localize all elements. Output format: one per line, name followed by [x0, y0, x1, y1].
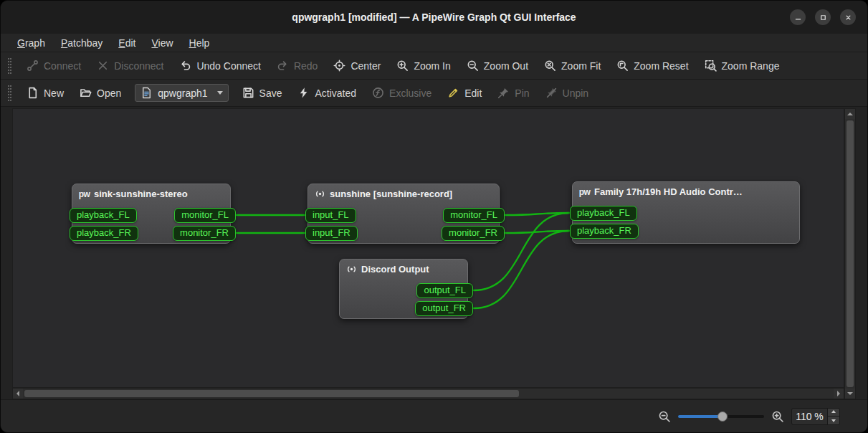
toolbar-button-label: Pin — [515, 87, 529, 99]
node-sunshine[interactable]: sunshine [sunshine-record]input_FLinput_… — [307, 184, 500, 244]
toolbar-graph: ConnectDisconnectUndo ConnectRedoCenterZ… — [1, 52, 867, 80]
port-playback_FL[interactable]: playback_FL — [570, 206, 637, 221]
window-controls — [790, 1, 856, 34]
spin-down-button[interactable] — [828, 416, 839, 424]
toolbar-button-label: Zoom Reset — [634, 60, 688, 72]
port-monitor_FL[interactable]: monitor_FL — [443, 208, 505, 223]
spin-up-button[interactable] — [828, 409, 839, 417]
port-input_FL[interactable]: input_FL — [305, 208, 356, 223]
toolbar-button-open[interactable]: Open — [72, 83, 129, 103]
menu-graph[interactable]: Graph — [9, 36, 53, 50]
port-playback_FR[interactable]: playback_FR — [570, 224, 639, 239]
toolbar-button-connect[interactable]: Connect — [19, 56, 89, 75]
toolbar-button-label: Zoom In — [414, 60, 450, 72]
toolbar-button-label: New — [44, 87, 64, 99]
zoom-in-icon — [396, 60, 409, 72]
connections-layer — [13, 109, 844, 387]
node-family[interactable]: pwFamily 17h/19h HD Audio Contr…playback… — [572, 181, 800, 244]
port-output_FR[interactable]: output_FR — [415, 301, 473, 316]
horizontal-scroll-handle[interactable] — [24, 390, 519, 397]
toolbar-button-zoom-reset[interactable]: Zoom Reset — [609, 56, 696, 75]
toolbar-button-zoom-fit[interactable]: Zoom Fit — [536, 56, 609, 75]
toolbar-button-zoom-in[interactable]: Zoom In — [388, 56, 458, 75]
redo-icon — [277, 60, 289, 72]
node-title: Discord Output — [361, 264, 429, 275]
unpin-icon — [545, 87, 558, 99]
titlebar[interactable]: qpwgraph1 [modified] — A PipeWire Graph … — [1, 1, 867, 34]
toolbar-button-center[interactable]: Center — [325, 56, 388, 75]
toolbar-button-redo[interactable]: Redo — [269, 56, 325, 75]
exclusive-icon — [372, 87, 384, 99]
zoom-spinbox[interactable]: 110 % — [791, 408, 840, 425]
port-playback_FL[interactable]: playback_FL — [70, 208, 137, 223]
node-header: pwsink-sunshine-stereo — [72, 184, 230, 202]
scroll-left-arrow[interactable] — [13, 389, 23, 399]
node-title: Family 17h/19h HD Audio Contr… — [594, 186, 743, 197]
port-monitor_FL[interactable]: monitor_FL — [174, 208, 236, 223]
port-monitor_FR[interactable]: monitor_FR — [173, 226, 236, 241]
toolbar-button-edit[interactable]: Edit — [439, 83, 490, 103]
node-title: sink-sunshine-stereo — [94, 189, 188, 199]
new-icon — [27, 87, 39, 99]
toolbar-button-unpin[interactable]: Unpin — [538, 83, 597, 103]
toolbar-button-new[interactable]: New — [19, 83, 72, 103]
toolbar-button-zoom-out[interactable]: Zoom Out — [459, 56, 536, 75]
zoom-slider-handle[interactable] — [717, 411, 728, 422]
menu-edit[interactable]: Edit — [110, 36, 143, 50]
toolbar-button-label: Zoom Fit — [561, 60, 601, 72]
pipewire-icon: pw — [79, 189, 90, 199]
patchbay-file-icon — [140, 87, 153, 99]
scroll-up-arrow[interactable] — [845, 109, 855, 119]
zoom-range-icon — [705, 60, 717, 72]
maximize-button[interactable] — [815, 9, 831, 25]
minimize-button[interactable] — [790, 9, 806, 25]
pipewire-icon: pw — [579, 186, 590, 197]
port-output_FL[interactable]: output_FL — [416, 283, 473, 298]
toolbar-drag-handle[interactable] — [8, 85, 11, 101]
session-combo[interactable]: qpwgraph1 — [135, 84, 228, 102]
scroll-down-arrow[interactable] — [845, 389, 855, 399]
node-discord[interactable]: Discord Outputoutput_FLoutput_FR — [339, 259, 468, 319]
toolbar-button-label: Center — [350, 60, 381, 72]
zoom-value[interactable]: 110 % — [792, 409, 827, 424]
vertical-scrollbar[interactable] — [844, 108, 856, 399]
horizontal-scrollbar[interactable] — [12, 388, 844, 399]
node-title: sunshine [sunshine-record] — [330, 189, 452, 199]
menu-patchbay[interactable]: Patchbay — [53, 36, 110, 50]
zoom-in-icon[interactable] — [771, 410, 784, 423]
node-sink[interactable]: pwsink-sunshine-stereoplayback_FLplaybac… — [72, 184, 231, 244]
horizontal-scroll-track[interactable] — [23, 389, 834, 399]
port-monitor_FR[interactable]: monitor_FR — [442, 226, 505, 241]
connect-icon — [27, 60, 39, 72]
port-playback_FR[interactable]: playback_FR — [70, 226, 138, 241]
toolbar-drag-handle[interactable] — [8, 58, 11, 74]
zoom-out-icon[interactable] — [658, 410, 671, 423]
zoom-fit-icon — [544, 60, 556, 72]
toolbar-button-label: Zoom Out — [484, 60, 528, 72]
zoom-slider[interactable] — [678, 409, 764, 424]
menu-help[interactable]: Help — [181, 36, 218, 50]
pin-icon — [497, 87, 510, 99]
toolbar-button-undo-connect[interactable]: Undo Connect — [171, 56, 269, 75]
graph-canvas[interactable]: pwsink-sunshine-stereoplayback_FLplaybac… — [12, 108, 844, 388]
toolbar-button-pin[interactable]: Pin — [490, 83, 537, 103]
node-header: sunshine [sunshine-record] — [308, 184, 499, 202]
port-input_FR[interactable]: input_FR — [305, 226, 358, 241]
toolbar-button-save[interactable]: Save — [234, 83, 290, 103]
scroll-right-arrow[interactable] — [834, 389, 844, 399]
toolbar-button-disconnect[interactable]: Disconnect — [89, 56, 171, 75]
toolbar-button-label: Zoom Range — [722, 60, 780, 72]
save-icon — [242, 87, 254, 99]
toolbar-button-exclusive[interactable]: Exclusive — [364, 83, 439, 103]
vertical-scroll-track[interactable] — [845, 119, 855, 389]
spin-buttons — [827, 409, 839, 424]
toolbar-button-label: Edit — [464, 87, 482, 99]
close-button[interactable] — [840, 9, 856, 25]
menu-view[interactable]: View — [143, 36, 181, 50]
toolbar-button-zoom-range[interactable]: Zoom Range — [697, 56, 788, 75]
toolbar-button-activated[interactable]: Activated — [290, 83, 364, 103]
close-icon — [844, 14, 852, 22]
toolbar-button-label: Redo — [294, 60, 318, 72]
vertical-scroll-handle[interactable] — [846, 120, 854, 387]
toolbar-button-label: Disconnect — [114, 60, 163, 72]
